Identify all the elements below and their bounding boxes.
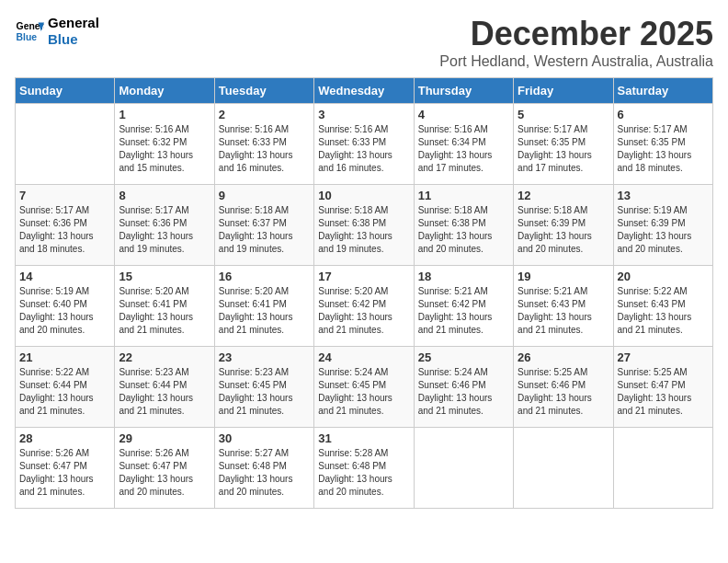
day-cell: 2Sunrise: 5:16 AM Sunset: 6:33 PM Daylig… [214, 104, 313, 185]
day-cell: 8Sunrise: 5:17 AM Sunset: 6:36 PM Daylig… [115, 185, 214, 266]
day-info: Sunrise: 5:22 AM Sunset: 6:43 PM Dayligh… [618, 285, 709, 337]
day-number: 21 [19, 350, 110, 364]
day-number: 5 [518, 108, 609, 121]
day-cell: 28Sunrise: 5:26 AM Sunset: 6:47 PM Dayli… [16, 428, 115, 509]
day-info: Sunrise: 5:19 AM Sunset: 6:39 PM Dayligh… [618, 204, 709, 256]
day-cell: 31Sunrise: 5:28 AM Sunset: 6:48 PM Dayli… [314, 428, 414, 509]
day-cell: 19Sunrise: 5:21 AM Sunset: 6:43 PM Dayli… [514, 266, 613, 347]
day-info: Sunrise: 5:25 AM Sunset: 6:46 PM Dayligh… [518, 366, 609, 418]
day-cell: 26Sunrise: 5:25 AM Sunset: 6:46 PM Dayli… [514, 347, 613, 428]
day-number: 23 [219, 350, 310, 364]
week-row-4: 21Sunrise: 5:22 AM Sunset: 6:44 PM Dayli… [16, 347, 713, 428]
day-number: 11 [418, 189, 509, 202]
location: Port Hedland, Western Australia, Austral… [439, 53, 713, 70]
day-number: 18 [418, 270, 509, 283]
day-info: Sunrise: 5:21 AM Sunset: 6:42 PM Dayligh… [418, 285, 509, 337]
day-header-thursday: Thursday [414, 78, 513, 104]
day-info: Sunrise: 5:23 AM Sunset: 6:44 PM Dayligh… [119, 366, 210, 418]
day-header-tuesday: Tuesday [214, 78, 313, 104]
week-row-2: 7Sunrise: 5:17 AM Sunset: 6:36 PM Daylig… [16, 185, 713, 266]
day-info: Sunrise: 5:24 AM Sunset: 6:45 PM Dayligh… [318, 366, 409, 418]
day-cell: 5Sunrise: 5:17 AM Sunset: 6:35 PM Daylig… [514, 104, 613, 185]
day-number: 7 [19, 189, 110, 202]
day-number: 6 [618, 108, 709, 121]
header-row: SundayMondayTuesdayWednesdayThursdayFrid… [16, 78, 713, 104]
day-info: Sunrise: 5:16 AM Sunset: 6:33 PM Dayligh… [219, 123, 310, 175]
day-cell [514, 428, 613, 509]
day-cell: 6Sunrise: 5:17 AM Sunset: 6:35 PM Daylig… [613, 104, 712, 185]
calendar-body: 1Sunrise: 5:16 AM Sunset: 6:32 PM Daylig… [16, 104, 713, 509]
day-cell: 16Sunrise: 5:20 AM Sunset: 6:41 PM Dayli… [214, 266, 313, 347]
svg-text:Blue: Blue [17, 32, 38, 42]
day-info: Sunrise: 5:19 AM Sunset: 6:40 PM Dayligh… [19, 285, 110, 337]
day-header-saturday: Saturday [613, 78, 712, 104]
day-number: 30 [219, 431, 310, 445]
day-info: Sunrise: 5:22 AM Sunset: 6:44 PM Dayligh… [19, 366, 110, 418]
day-number: 24 [318, 350, 409, 364]
day-number: 13 [618, 189, 709, 202]
day-header-sunday: Sunday [16, 78, 115, 104]
day-number: 16 [219, 270, 310, 283]
day-info: Sunrise: 5:18 AM Sunset: 6:38 PM Dayligh… [318, 204, 409, 256]
day-cell: 25Sunrise: 5:24 AM Sunset: 6:46 PM Dayli… [414, 347, 513, 428]
day-cell: 29Sunrise: 5:26 AM Sunset: 6:47 PM Dayli… [115, 428, 214, 509]
day-cell [414, 428, 513, 509]
day-info: Sunrise: 5:25 AM Sunset: 6:47 PM Dayligh… [618, 366, 709, 418]
day-cell: 27Sunrise: 5:25 AM Sunset: 6:47 PM Dayli… [613, 347, 712, 428]
day-cell: 4Sunrise: 5:16 AM Sunset: 6:34 PM Daylig… [414, 104, 513, 185]
day-cell [613, 428, 712, 509]
day-cell: 22Sunrise: 5:23 AM Sunset: 6:44 PM Dayli… [115, 347, 214, 428]
day-number: 20 [618, 270, 709, 283]
day-number: 17 [318, 270, 409, 283]
header: General Blue General Blue December 2025 … [15, 15, 713, 70]
day-info: Sunrise: 5:16 AM Sunset: 6:33 PM Dayligh… [318, 123, 409, 175]
day-cell: 30Sunrise: 5:27 AM Sunset: 6:48 PM Dayli… [214, 428, 313, 509]
day-cell: 11Sunrise: 5:18 AM Sunset: 6:38 PM Dayli… [414, 185, 513, 266]
day-number: 12 [518, 189, 609, 202]
calendar-table: SundayMondayTuesdayWednesdayThursdayFrid… [15, 77, 713, 509]
week-row-3: 14Sunrise: 5:19 AM Sunset: 6:40 PM Dayli… [16, 266, 713, 347]
day-number: 4 [418, 108, 509, 121]
day-info: Sunrise: 5:17 AM Sunset: 6:35 PM Dayligh… [518, 123, 609, 175]
day-info: Sunrise: 5:16 AM Sunset: 6:32 PM Dayligh… [119, 123, 210, 175]
day-number: 8 [119, 189, 210, 202]
day-header-monday: Monday [115, 78, 214, 104]
week-row-5: 28Sunrise: 5:26 AM Sunset: 6:47 PM Dayli… [16, 428, 713, 509]
day-number: 29 [119, 431, 210, 445]
day-cell: 9Sunrise: 5:18 AM Sunset: 6:37 PM Daylig… [214, 185, 313, 266]
day-number: 19 [518, 270, 609, 283]
logo: General Blue General Blue [15, 15, 99, 48]
day-number: 25 [418, 350, 509, 364]
day-number: 3 [318, 108, 409, 121]
day-info: Sunrise: 5:17 AM Sunset: 6:36 PM Dayligh… [19, 204, 110, 256]
day-info: Sunrise: 5:18 AM Sunset: 6:39 PM Dayligh… [518, 204, 609, 256]
day-info: Sunrise: 5:28 AM Sunset: 6:48 PM Dayligh… [318, 447, 409, 499]
day-info: Sunrise: 5:20 AM Sunset: 6:41 PM Dayligh… [119, 285, 210, 337]
day-info: Sunrise: 5:26 AM Sunset: 6:47 PM Dayligh… [119, 447, 210, 499]
day-info: Sunrise: 5:18 AM Sunset: 6:38 PM Dayligh… [418, 204, 509, 256]
day-number: 28 [19, 431, 110, 445]
day-cell: 24Sunrise: 5:24 AM Sunset: 6:45 PM Dayli… [314, 347, 414, 428]
day-number: 15 [119, 270, 210, 283]
day-info: Sunrise: 5:17 AM Sunset: 6:36 PM Dayligh… [119, 204, 210, 256]
logo-line2: Blue [48, 31, 99, 48]
day-info: Sunrise: 5:21 AM Sunset: 6:43 PM Dayligh… [518, 285, 609, 337]
day-number: 26 [518, 350, 609, 364]
day-info: Sunrise: 5:26 AM Sunset: 6:47 PM Dayligh… [19, 447, 110, 499]
day-header-wednesday: Wednesday [314, 78, 414, 104]
day-cell: 3Sunrise: 5:16 AM Sunset: 6:33 PM Daylig… [314, 104, 414, 185]
day-info: Sunrise: 5:24 AM Sunset: 6:46 PM Dayligh… [418, 366, 509, 418]
day-cell [16, 104, 115, 185]
logo-line1: General [48, 15, 99, 31]
day-number: 31 [318, 431, 409, 445]
month-year: December 2025 [439, 15, 713, 53]
day-number: 1 [119, 108, 210, 121]
logo-icon: General Blue [15, 17, 44, 46]
day-info: Sunrise: 5:23 AM Sunset: 6:45 PM Dayligh… [219, 366, 310, 418]
day-cell: 18Sunrise: 5:21 AM Sunset: 6:42 PM Dayli… [414, 266, 513, 347]
day-cell: 20Sunrise: 5:22 AM Sunset: 6:43 PM Dayli… [613, 266, 712, 347]
day-cell: 10Sunrise: 5:18 AM Sunset: 6:38 PM Dayli… [314, 185, 414, 266]
day-number: 2 [219, 108, 310, 121]
day-cell: 12Sunrise: 5:18 AM Sunset: 6:39 PM Dayli… [514, 185, 613, 266]
day-info: Sunrise: 5:20 AM Sunset: 6:42 PM Dayligh… [318, 285, 409, 337]
